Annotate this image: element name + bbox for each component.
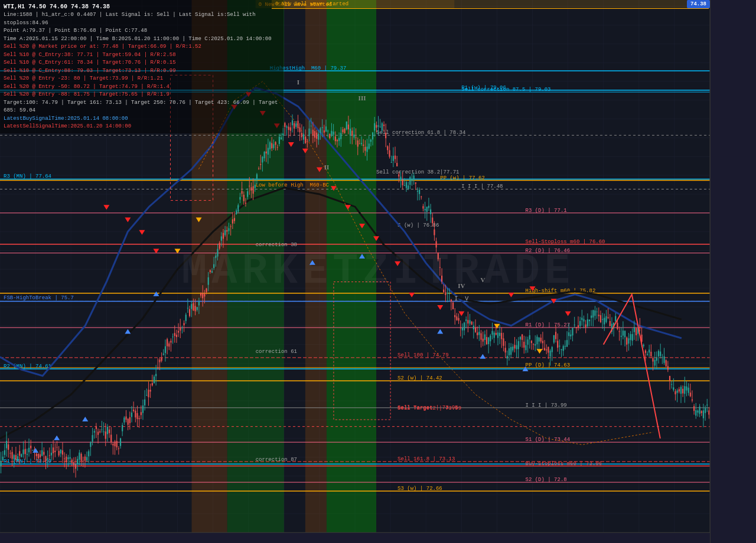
notification-bar: 0 New Sell wave started (272, 0, 709, 9)
info-line-11: Sell %20 @ Entry -88: 81.75 | Target:75.… (4, 91, 280, 99)
time-axis (0, 532, 710, 543)
info-line-10: Sell %20 @ Entry -50: 80.72 | Target:74.… (4, 83, 280, 91)
info-line-7: Sell %10 @ C_Entry:61: 78.34 | Target:70… (4, 59, 280, 67)
info-line-3: Point A:79.37 | Point B:76.68 | Point C:… (4, 27, 280, 35)
info-line-2: Line:1588 | h1_atr_c:0 0.4407 | Last Sig… (4, 11, 280, 27)
info-line-4: Time A:2025.01.15 22:00:00 | Time B:2025… (4, 35, 280, 44)
chart-container: MARKETZITRADE WTI,H1 74.50 74.60 74.38 7… (0, 0, 756, 543)
info-line-8: Sell %10 @ C_Entry:88: 79.03 | Target:73… (4, 67, 280, 76)
info-line-12: Target:100: 74.79 | Target 161: 73.13 | … (4, 99, 280, 115)
chart-title: WTI,H1 74.50 74.60 74.38 74.38 (4, 2, 280, 11)
current-price-box: 74.38 (687, 0, 710, 8)
info-line-5: Sell %20 @ Market price or at: 77.48 | T… (4, 43, 280, 51)
info-line-14: LatestSellSignalTime:2025.01.20 14:00:00 (4, 123, 280, 131)
info-line-9: Sell %20 @ Entry -23: 80 | Target:73.99 … (4, 75, 280, 83)
price-axis (710, 0, 756, 543)
info-panel: WTI,H1 74.50 74.60 74.38 74.38 Line:1588… (0, 0, 284, 133)
info-line-6: Sell %10 @ C_Entry:38: 77.71 | Target:59… (4, 51, 280, 60)
info-line-13: LatestBuySignalTime:2025.01.14 08:00:00 (4, 115, 280, 123)
